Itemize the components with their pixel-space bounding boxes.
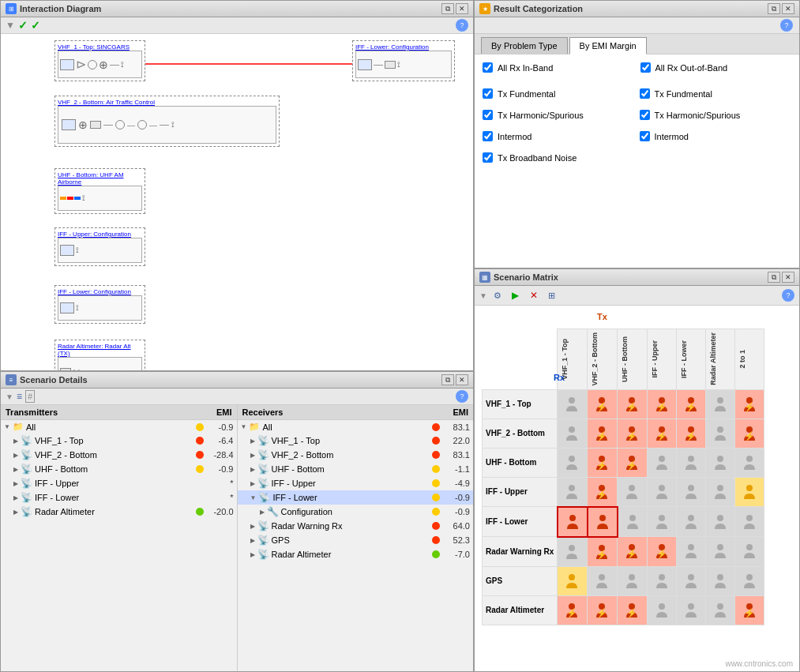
matrix-cell-3-1[interactable]: ⚡ xyxy=(588,477,618,507)
matrix-grid-container[interactable]: Tx Rx VHF_1 - Top VHF_2 - Bottom xyxy=(475,306,799,671)
matrix-cell-1-6[interactable]: ⚡ xyxy=(734,419,764,448)
matrix-cell-3-0[interactable] xyxy=(558,477,588,507)
check-tx-harmonic-left[interactable] xyxy=(483,110,493,120)
scenario-close-button[interactable]: ✕ xyxy=(456,374,468,385)
matrix-cell-6-0[interactable] xyxy=(558,566,588,595)
matrix-cell-1-5[interactable] xyxy=(705,419,734,448)
matrix-cell-5-3[interactable]: ⚡ xyxy=(647,537,676,567)
tx-iff-lower[interactable]: ▶ 📡 IFF - Lower * xyxy=(1,490,237,505)
tab-by-problem-type[interactable]: By Problem Type xyxy=(481,37,568,54)
matrix-cell-7-2[interactable]: ⚡ xyxy=(618,595,648,625)
node-iff-lower[interactable]: IFF - Lower: Configuration ⟟ xyxy=(54,285,145,324)
matrix-cell-4-6[interactable] xyxy=(734,507,764,537)
cb-tx-broadband[interactable]: Tx Broadband Noise xyxy=(483,152,635,163)
matrix-dropdown-icon[interactable]: ▼ xyxy=(479,291,487,300)
rx-uhf[interactable]: ▶ 📡 UHF - Bottom -1.1 xyxy=(238,462,474,476)
expand-radar-warning-icon[interactable]: ▶ xyxy=(250,523,255,530)
expand-gps-icon[interactable]: ▶ xyxy=(250,537,255,544)
node-iff-lower-top[interactable]: IFF - Lower: Configuration — ⟟ xyxy=(352,40,455,81)
matrix-cell-0-6[interactable]: ⚡ xyxy=(734,389,764,419)
matrix-play-button[interactable]: ▶ xyxy=(508,287,524,303)
expand-rx-iff-lower-icon[interactable]: ▼ xyxy=(250,494,257,501)
tx-all[interactable]: ▼ 📁 All -0.9 xyxy=(1,420,237,434)
check-icon[interactable]: ✓ xyxy=(18,19,28,32)
rx-configuration[interactable]: ▶ 🔧 Configuration -0.9 xyxy=(238,505,474,519)
matrix-cell-4-3[interactable] xyxy=(647,507,676,537)
expand-iff-upper-icon[interactable]: ▶ xyxy=(13,480,18,487)
expand-radar-tx-icon[interactable]: ▶ xyxy=(13,509,18,516)
matrix-cell-2-4[interactable] xyxy=(676,448,705,477)
matrix-cell-0-2[interactable]: ⚡ xyxy=(618,389,648,419)
cb-tx-harmonic-right[interactable]: Tx Harmonic/Spurious xyxy=(640,110,792,120)
node-vhf2-bottom[interactable]: VHF_2 - Bottom: Air Traffic Control ⊕ — … xyxy=(54,96,280,147)
close-button[interactable]: ✕ xyxy=(456,3,468,14)
matrix-cell-4-1[interactable] xyxy=(588,507,618,537)
check-tx-fundamental-left[interactable] xyxy=(483,88,493,99)
help-button[interactable]: ? xyxy=(456,19,468,32)
tx-radar[interactable]: ▶ 📡 Radar Altimeter -20.0 xyxy=(1,505,237,519)
cb-all-rx-out-of-band[interactable]: All Rx Out-of-Band xyxy=(640,62,792,73)
matrix-cell-6-5[interactable] xyxy=(705,566,734,595)
matrix-cell-1-3[interactable]: ⚡ xyxy=(647,419,676,448)
matrix-cell-6-2[interactable] xyxy=(618,566,648,595)
matrix-cell-5-4[interactable] xyxy=(676,537,705,567)
matrix-cell-1-0[interactable] xyxy=(558,419,588,448)
check-tx-fundamental-right[interactable] xyxy=(640,88,650,99)
result-cat-restore-button[interactable]: ⧉ xyxy=(768,3,780,14)
rx-iff-lower[interactable]: ▼ 📡 IFF - Lower -0.9 xyxy=(238,490,474,505)
matrix-cell-5-2[interactable]: ⚡ xyxy=(618,537,648,567)
matrix-cell-7-0[interactable]: ⚡ xyxy=(558,595,588,625)
matrix-cell-0-5[interactable] xyxy=(705,389,734,419)
diagram-canvas[interactable]: VHF_1 - Top: SINCGARS ⊳ ⊕ — ⟟ IFF - Lowe… xyxy=(1,34,473,370)
matrix-cell-3-3[interactable] xyxy=(647,477,676,507)
expand-vhf1-icon[interactable]: ▶ xyxy=(13,437,18,445)
cb-tx-harmonic-left[interactable]: Tx Harmonic/Spurious xyxy=(483,110,635,120)
matrix-cell-7-1[interactable]: ⚡ xyxy=(588,595,618,625)
scenario-help-button[interactable]: ? xyxy=(456,390,468,403)
scenario-dropdown-icon[interactable]: ▼ xyxy=(6,392,13,401)
rx-radar-warning[interactable]: ▶ 📡 Radar Warning Rx 64.0 xyxy=(238,519,474,533)
tx-vhf2[interactable]: ▶ 📡 VHF_2 - Bottom -28.4 xyxy=(1,448,237,462)
check-intermod-right[interactable] xyxy=(640,131,650,141)
expand-iff-lower-icon[interactable]: ▶ xyxy=(13,494,18,501)
matrix-cell-0-0[interactable] xyxy=(558,389,588,419)
node-uhf-bottom[interactable]: UHF - Bottom: UHF AM Airborne ⟟ xyxy=(54,168,145,214)
matrix-cell-2-1[interactable]: ⚡ xyxy=(588,448,618,477)
matrix-cell-6-3[interactable] xyxy=(647,566,676,595)
matrix-cell-7-4[interactable] xyxy=(676,595,705,625)
matrix-cell-4-2[interactable] xyxy=(618,507,648,537)
matrix-cell-5-1[interactable]: ⚡ xyxy=(588,537,618,567)
cb-intermod-left[interactable]: Intermod xyxy=(483,131,635,141)
check-tx-broadband[interactable] xyxy=(483,152,493,163)
expand-rx-vhf2-icon[interactable]: ▶ xyxy=(250,452,255,459)
expand-all-tx-icon[interactable]: ▼ xyxy=(4,423,10,430)
matrix-cell-4-4[interactable] xyxy=(676,507,705,537)
matrix-cell-3-4[interactable] xyxy=(676,477,705,507)
tx-vhf1[interactable]: ▶ 📡 VHF_1 - Top -6.4 xyxy=(1,434,237,448)
matrix-cell-4-5[interactable] xyxy=(705,507,734,537)
matrix-cell-0-3[interactable]: ⚡ xyxy=(647,389,676,419)
rx-iff-upper[interactable]: ▶ 📡 IFF - Upper -4.9 xyxy=(238,476,474,490)
result-cat-help-button[interactable]: ? xyxy=(780,19,793,32)
cb-intermod-right[interactable]: Intermod xyxy=(640,131,792,141)
matrix-cell-7-6[interactable]: ⚡ xyxy=(734,595,764,625)
check-tx-harmonic-right[interactable] xyxy=(640,110,650,120)
cb-tx-fundamental-right[interactable]: Tx Fundmental xyxy=(640,88,792,99)
matrix-settings-button[interactable]: ⊞ xyxy=(544,287,560,303)
matrix-close-button[interactable]: ✕ xyxy=(782,272,794,283)
matrix-cell-0-4[interactable]: ⚡ xyxy=(676,389,705,419)
tab-by-emi-margin[interactable]: By EMI Margin xyxy=(569,37,647,54)
node-radar-altimeter[interactable]: Radar Altimeter: Radar Alt (TX) ⟟ ⟟ xyxy=(54,340,145,370)
matrix-cell-1-1[interactable]: ⚡ xyxy=(588,419,618,448)
matrix-cell-5-6[interactable] xyxy=(734,537,764,567)
matrix-cell-6-6[interactable] xyxy=(734,566,764,595)
tx-iff-upper[interactable]: ▶ 📡 IFF - Upper * xyxy=(1,476,237,490)
check-intermod-left[interactable] xyxy=(483,131,493,141)
matrix-cell-6-4[interactable] xyxy=(676,566,705,595)
matrix-cell-2-0[interactable] xyxy=(558,448,588,477)
matrix-restore-button[interactable]: ⧉ xyxy=(768,272,780,283)
matrix-stop-button[interactable]: ✕ xyxy=(526,287,542,303)
matrix-cell-2-6[interactable] xyxy=(734,448,764,477)
checkmark-icon[interactable]: ✓ xyxy=(31,19,40,32)
matrix-cell-3-5[interactable] xyxy=(705,477,734,507)
